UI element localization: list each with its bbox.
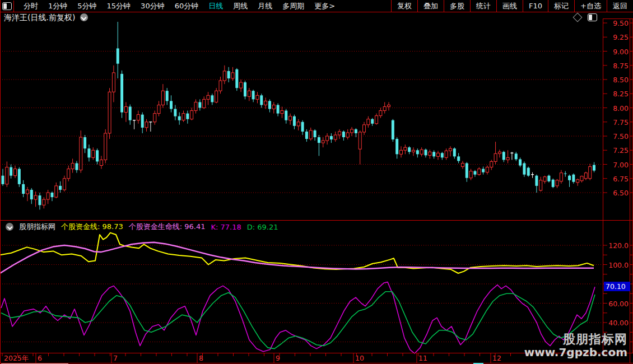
- period-item-30分钟[interactable]: 30分钟: [136, 1, 170, 11]
- tool-item-复权[interactable]: 复权: [391, 0, 417, 12]
- tool-item-叠加[interactable]: 叠加: [417, 0, 444, 12]
- indicator-axis-label: 120.0: [604, 241, 629, 250]
- x-axis-month-label: 9: [276, 354, 280, 362]
- tool-item-返回[interactable]: 返回: [607, 0, 633, 12]
- tool-item-+自选[interactable]: +自选: [574, 0, 607, 12]
- watermark-site-url: www.7gpzb.com: [524, 346, 627, 359]
- indicator-collapse-icon[interactable]: [6, 223, 13, 231]
- indicator-value-个股资金线: 个股资金线: 98.73: [61, 222, 123, 232]
- indicator-axis-label: 40.00: [604, 319, 629, 327]
- pane-layout-icon[interactable]: [588, 13, 597, 21]
- period-item-周线[interactable]: 周线: [228, 1, 253, 11]
- price-axis-label: 9.00: [604, 48, 629, 56]
- price-axis-label: 8.50: [604, 76, 629, 84]
- price-axis-label: 8.25: [604, 90, 629, 98]
- diamond-marker-icon[interactable]: [573, 13, 583, 22]
- indicator-axis-label: 100.0: [604, 261, 629, 269]
- layout-toggle-button[interactable]: [0, 1, 14, 12]
- price-axis-label: 7.25: [604, 146, 629, 155]
- indicator-value-个股资金生命线: 个股资金生命线: 96.41: [129, 222, 206, 232]
- indicator-value-K: K: 77.18: [211, 223, 241, 231]
- stock-app-window: 分时1分钟5分钟15分钟30分钟60分钟日线周线月线多周期更多> 复权叠加多股统…: [0, 0, 633, 364]
- price-axis-label: 7.00: [604, 161, 629, 169]
- x-axis-month-label: 8: [199, 354, 203, 362]
- tools-menu: 复权叠加多股统计画线F10标记+自选返回: [391, 0, 633, 12]
- tool-item-多股[interactable]: 多股: [444, 0, 470, 12]
- tool-item-画线[interactable]: 画线: [496, 0, 523, 12]
- price-axis-label: 6.75: [604, 175, 629, 183]
- period-item-1分钟[interactable]: 1分钟: [43, 1, 72, 11]
- chart-canvas[interactable]: [0, 0, 633, 364]
- period-item-日线[interactable]: 日线: [203, 1, 228, 11]
- price-axis-label: 7.50: [604, 132, 629, 141]
- price-axis-label: 8.75: [604, 62, 629, 70]
- period-item-60分钟[interactable]: 60分钟: [170, 1, 204, 11]
- x-axis-month-label: 10: [355, 354, 364, 362]
- symbol-selector[interactable]: 海洋王(日线.前复权): [4, 13, 88, 23]
- period-item-5分钟[interactable]: 5分钟: [72, 1, 101, 11]
- x-axis-month-label: 11: [418, 354, 427, 362]
- indicator-value-D: D: 69.21: [247, 223, 278, 231]
- period-item-15分钟[interactable]: 15分钟: [102, 1, 136, 11]
- period-item-多周期[interactable]: 多周期: [277, 1, 309, 11]
- indicator-header: 股朋指标网 个股资金线: 98.73个股资金生命线: 96.41K: 77.18…: [3, 222, 278, 232]
- x-axis-year-label: 2025年: [4, 354, 29, 363]
- price-axis-label: 9.50: [604, 19, 629, 27]
- period-item-更多>[interactable]: 更多>: [309, 1, 340, 11]
- price-axis-label: 7.75: [604, 118, 629, 127]
- x-axis-month-label: 12: [492, 354, 501, 362]
- indicator-source-label: 股朋指标网: [19, 222, 55, 232]
- chevron-down-icon[interactable]: [80, 13, 88, 21]
- current-value-marker: 70.10: [604, 282, 630, 291]
- period-item-月线[interactable]: 月线: [253, 1, 277, 11]
- indicator-axis-label: 60.00: [604, 300, 629, 308]
- price-axis-label: 6.50: [604, 189, 629, 197]
- period-item-分时[interactable]: 分时: [18, 1, 43, 11]
- tool-item-标记[interactable]: 标记: [548, 0, 574, 12]
- symbol-title: 海洋王(日线.前复权): [4, 13, 75, 22]
- price-axis-label: 8.00: [604, 104, 629, 113]
- price-axis-label: 9.25: [604, 33, 629, 41]
- tool-item-统计[interactable]: 统计: [470, 0, 496, 12]
- x-axis-month-label: 6: [38, 354, 42, 362]
- split-pane-icon: [2, 2, 12, 10]
- x-axis-month-label: 7: [113, 354, 118, 362]
- title-bar: 海洋王(日线.前复权): [0, 12, 633, 24]
- period-menu: 分时1分钟5分钟15分钟30分钟60分钟日线周线月线多周期更多>: [14, 1, 391, 11]
- top-toolbar: 分时1分钟5分钟15分钟30分钟60分钟日线周线月线多周期更多> 复权叠加多股统…: [0, 0, 633, 12]
- tool-item-F10[interactable]: F10: [523, 0, 548, 12]
